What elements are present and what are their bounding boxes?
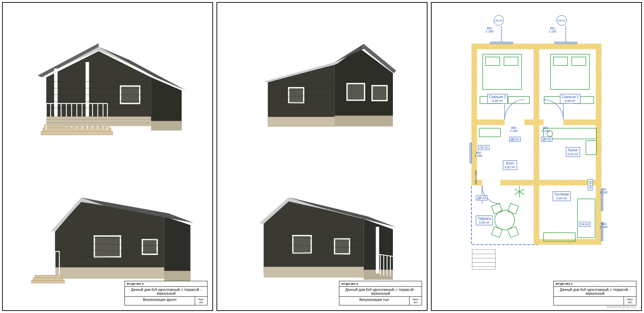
svg-rect-64 xyxy=(347,84,365,100)
dim-top-right: 8501 180 xyxy=(549,27,556,34)
dim-win-right-1: 8501 180 xyxy=(600,188,608,195)
label-bedroom-1: Спальня 18,95 m² xyxy=(560,94,580,104)
sheet-caption: Визуализация фронт xyxy=(125,297,195,305)
svg-rect-66 xyxy=(289,88,304,103)
dim-win-right-2: 8501 180 xyxy=(600,222,608,229)
dim-door-2: 8002 100 xyxy=(542,126,550,133)
svg-rect-79 xyxy=(334,239,349,254)
watermark: chertezhi.ru xyxy=(607,304,636,310)
label-hall: Холл4,82 m² xyxy=(503,160,517,170)
dim-top-left: 8501 180 xyxy=(486,27,494,34)
svg-rect-53 xyxy=(31,280,65,283)
svg-rect-39 xyxy=(94,236,121,257)
svg-marker-36 xyxy=(164,216,191,279)
svg-rect-68 xyxy=(334,116,393,126)
title-block-2: АП-ДО-001-3 Дачный дом 6х9 одноэтажный, … xyxy=(339,281,422,305)
svg-rect-52 xyxy=(33,278,63,281)
svg-rect-106 xyxy=(482,180,500,185)
svg-rect-26 xyxy=(46,116,151,126)
label-kitchen: Кухня8,02 m² xyxy=(566,147,580,157)
title-block-1: АП-ДО-001-3 Дачный дом 6х9 одноэтажный, … xyxy=(125,281,208,305)
svg-marker-74 xyxy=(264,200,364,273)
render-front-top xyxy=(8,8,207,155)
sheet-front-visualization: АП-ДО-001-3 Дачный дом 6х9 одноэтажный, … xyxy=(2,2,213,311)
doc-code: АП-ДО-001-3 xyxy=(125,281,145,286)
leaf-cell: ЛистАП xyxy=(195,297,207,305)
svg-rect-100 xyxy=(471,120,601,125)
svg-rect-54 xyxy=(46,218,50,270)
window-tag-top-left: ОК-01 xyxy=(494,15,504,26)
window-tag-left: ОК-01 xyxy=(478,145,489,150)
doc-title: Дачный дом 6х9 одноэтажный, с террасой -… xyxy=(125,287,207,296)
svg-rect-82 xyxy=(376,227,379,273)
svg-rect-10 xyxy=(41,131,113,135)
svg-rect-51 xyxy=(35,275,61,278)
sheet-rear-visualization: АП-ДО-001-3 Дачный дом 6х9 одноэтажный, … xyxy=(217,2,427,311)
label-terrace: Терраса8,56 m² xyxy=(476,216,493,225)
window-tag-top-right: ОК-01 xyxy=(556,15,567,26)
floor-plan: ОК-01 ОК-01 8501 180 8501 180 Спальня 28… xyxy=(437,8,636,305)
title-block-3: АП-ДО-001-3 Дачный дом 6х9 одноэтажный, … xyxy=(553,281,636,305)
svg-rect-67 xyxy=(268,117,334,127)
door-tag-1: ДВ-01 xyxy=(509,137,521,142)
door-tag-3: ДВ-03 xyxy=(476,196,487,200)
dim-win-left: 8501 180 xyxy=(475,151,482,158)
door-tag-2: ДВ-02 xyxy=(541,137,552,142)
svg-rect-65 xyxy=(372,86,387,101)
svg-rect-99 xyxy=(534,44,539,123)
svg-rect-80 xyxy=(264,267,364,277)
svg-rect-105 xyxy=(543,120,563,125)
window-tag-right-2: ОК-01 xyxy=(579,222,590,227)
label-living: Гостиная8,65 m² xyxy=(553,191,571,201)
window-tag-right-1: ОК-01 xyxy=(588,179,593,190)
dim-door-3: 900 2 100 xyxy=(475,171,478,184)
svg-rect-27 xyxy=(151,121,182,131)
render-rear-top xyxy=(223,8,421,155)
svg-rect-41 xyxy=(55,267,164,279)
svg-rect-97 xyxy=(471,185,539,245)
sheet-floor-plan: ОК-01 ОК-01 8501 180 8501 180 Спальня 28… xyxy=(431,2,642,311)
svg-rect-102 xyxy=(471,180,539,185)
svg-rect-104 xyxy=(505,120,524,125)
label-bedroom-2: Спальня 28,95 m² xyxy=(487,94,508,104)
dim-door-1: 8002 100 xyxy=(510,126,518,133)
svg-rect-42 xyxy=(164,271,191,281)
